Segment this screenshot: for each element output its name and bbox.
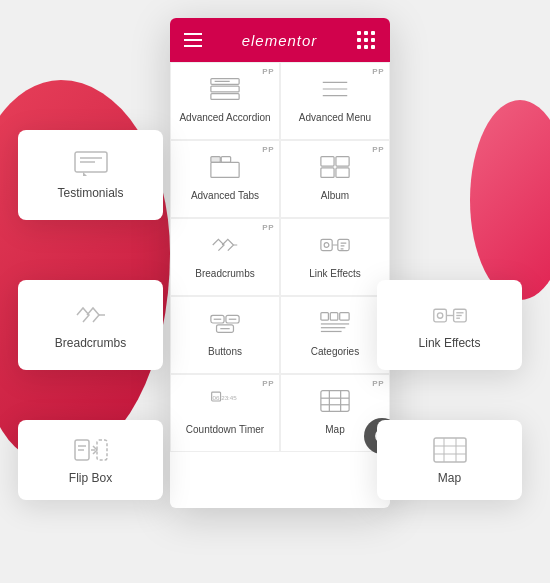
svg-rect-28 bbox=[336, 157, 349, 166]
flip-box-label: Flip Box bbox=[69, 471, 112, 485]
flip-box-icon bbox=[73, 435, 109, 465]
widget-label-buttons: Buttons bbox=[208, 345, 242, 358]
widget-advanced-accordion[interactable]: PP Advanced Accordion bbox=[170, 62, 280, 140]
testimonials-label: Testimonials bbox=[57, 186, 123, 200]
widget-album[interactable]: PP Album bbox=[280, 140, 390, 218]
widget-label-advanced-tabs: Advanced Tabs bbox=[191, 189, 259, 202]
floating-card-flip-box: Flip Box bbox=[18, 420, 163, 500]
svg-text:06:23:45: 06:23:45 bbox=[213, 394, 238, 401]
svg-rect-16 bbox=[434, 438, 466, 462]
widget-grid: PP Advanced Accordion PP bbox=[170, 62, 390, 452]
pp-badge: PP bbox=[262, 145, 274, 154]
widget-link-effects[interactable]: Link Effects bbox=[280, 218, 390, 296]
pp-badge: PP bbox=[372, 145, 384, 154]
floating-card-link-effects: Link Effects bbox=[377, 280, 522, 370]
pp-badge: PP bbox=[372, 67, 384, 76]
svg-rect-4 bbox=[433, 309, 446, 322]
svg-rect-53 bbox=[321, 391, 349, 412]
album-icon bbox=[316, 151, 354, 183]
floating-card-testimonials: Testimonials bbox=[18, 130, 163, 220]
map-widget-icon bbox=[316, 385, 354, 417]
svg-rect-30 bbox=[336, 168, 349, 177]
pp-badge: PP bbox=[262, 223, 274, 232]
widget-breadcrumbs[interactable]: PP Breadcrumbs bbox=[170, 218, 280, 296]
link-effects-widget-icon bbox=[316, 229, 354, 261]
widget-advanced-menu[interactable]: PP Advanced Menu bbox=[280, 62, 390, 140]
map-icon bbox=[432, 435, 468, 465]
svg-point-33 bbox=[324, 243, 329, 248]
widget-advanced-tabs[interactable]: PP Advanced Tabs bbox=[170, 140, 280, 218]
svg-rect-18 bbox=[211, 86, 239, 92]
widget-label-advanced-menu: Advanced Menu bbox=[299, 111, 371, 124]
widget-label-breadcrumbs: Breadcrumbs bbox=[195, 267, 254, 280]
widget-label-link-effects: Link Effects bbox=[309, 267, 361, 280]
breadcrumbs-label: Breadcrumbs bbox=[55, 336, 126, 350]
svg-rect-25 bbox=[221, 157, 230, 163]
svg-rect-46 bbox=[330, 313, 338, 321]
advanced-tabs-icon bbox=[206, 151, 244, 183]
decorative-blob-right bbox=[470, 100, 550, 300]
link-effects-icon bbox=[432, 300, 468, 330]
grid-view-button[interactable] bbox=[357, 31, 376, 50]
breadcrumbs-widget-icon bbox=[206, 229, 244, 261]
pp-badge: PP bbox=[262, 67, 274, 76]
widget-label-categories: Categories bbox=[311, 345, 359, 358]
hamburger-button[interactable] bbox=[184, 33, 202, 47]
svg-rect-15 bbox=[97, 440, 107, 460]
widget-categories[interactable]: Categories bbox=[280, 296, 390, 374]
svg-rect-29 bbox=[321, 168, 334, 177]
breadcrumbs-icon bbox=[73, 300, 109, 330]
link-effects-label: Link Effects bbox=[419, 336, 481, 350]
buttons-widget-icon bbox=[206, 307, 244, 339]
pp-badge: PP bbox=[372, 379, 384, 388]
svg-rect-27 bbox=[321, 157, 334, 166]
elementor-panel: elementor PP Advanced Accordion PP bbox=[170, 18, 390, 508]
advanced-accordion-icon bbox=[206, 73, 244, 105]
svg-point-5 bbox=[437, 312, 442, 317]
advanced-menu-icon bbox=[316, 73, 354, 105]
widget-label-album: Album bbox=[321, 189, 349, 202]
floating-card-breadcrumbs: Breadcrumbs bbox=[18, 280, 163, 370]
widget-buttons[interactable]: Buttons bbox=[170, 296, 280, 374]
svg-rect-45 bbox=[321, 313, 329, 321]
panel-header: elementor bbox=[170, 18, 390, 62]
panel-logo: elementor bbox=[242, 32, 318, 49]
svg-rect-47 bbox=[340, 313, 349, 321]
widget-countdown-timer[interactable]: PP 06:23:45 Countdown Timer bbox=[170, 374, 280, 452]
svg-rect-19 bbox=[211, 94, 239, 100]
testimonials-icon bbox=[73, 150, 109, 180]
widget-label-map: Map bbox=[325, 423, 344, 436]
categories-widget-icon bbox=[316, 307, 354, 339]
svg-rect-26 bbox=[211, 162, 239, 177]
svg-rect-32 bbox=[321, 239, 332, 250]
pp-badge: PP bbox=[262, 379, 274, 388]
widget-label-advanced-accordion: Advanced Accordion bbox=[179, 111, 270, 124]
floating-card-map: Map bbox=[377, 420, 522, 500]
svg-rect-24 bbox=[211, 157, 220, 163]
countdown-timer-icon: 06:23:45 bbox=[206, 385, 244, 417]
widget-label-countdown-timer: Countdown Timer bbox=[186, 423, 264, 436]
map-label: Map bbox=[438, 471, 461, 485]
